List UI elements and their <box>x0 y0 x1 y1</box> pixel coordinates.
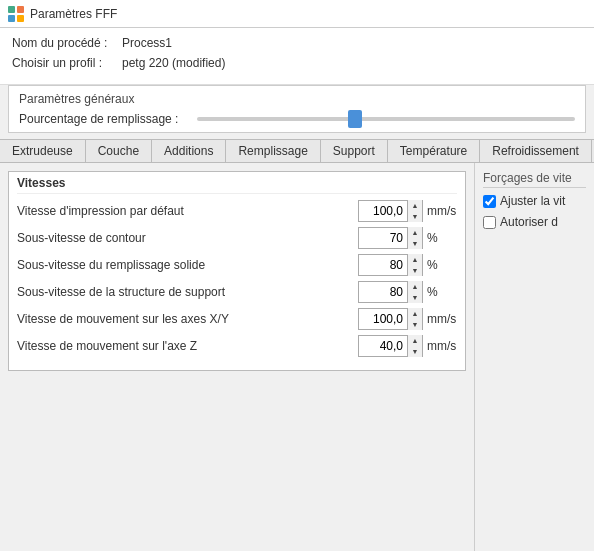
speeds-group-title: Vitesses <box>17 176 457 194</box>
svg-rect-2 <box>8 15 15 22</box>
app-icon <box>8 6 24 22</box>
spin-buttons-4: ▲ ▼ <box>407 308 422 330</box>
speed-label-3: Sous-vitesse de la structure de support <box>17 285 354 299</box>
speed-unit-5: mm/s <box>427 339 457 353</box>
spin-buttons-0: ▲ ▼ <box>407 200 422 222</box>
spin-up-2[interactable]: ▲ <box>408 254 422 265</box>
speed-input-wrapper-0: ▲ ▼ <box>358 200 423 222</box>
checkbox-adjust[interactable] <box>483 195 496 208</box>
spin-up-5[interactable]: ▲ <box>408 335 422 346</box>
profile-row: Choisir un profil : petg 220 (modified) <box>12 56 582 70</box>
speed-row-3: Sous-vitesse de la structure de support … <box>17 281 457 303</box>
speed-input-0[interactable] <box>359 201 407 221</box>
speed-unit-3: % <box>427 285 457 299</box>
speeds-group: Vitesses Vitesse d'impression par défaut… <box>8 171 466 371</box>
speed-label-5: Vitesse de mouvement sur l'axe Z <box>17 339 354 353</box>
speed-row-4: Vitesse de mouvement sur les axes X/Y ▲ … <box>17 308 457 330</box>
checkbox-allow-label: Autoriser d <box>500 215 558 231</box>
title-bar: Paramètres FFF <box>0 0 594 28</box>
speed-input-5[interactable] <box>359 336 407 356</box>
speed-label-1: Sous-vitesse de contour <box>17 231 354 245</box>
main-content: Vitesses Vitesse d'impression par défaut… <box>0 163 594 551</box>
speed-input-3[interactable] <box>359 282 407 302</box>
spin-buttons-3: ▲ ▼ <box>407 281 422 303</box>
fill-percent-thumb[interactable] <box>348 110 362 128</box>
spin-buttons-2: ▲ ▼ <box>407 254 422 276</box>
spin-up-3[interactable]: ▲ <box>408 281 422 292</box>
checkbox-row-1: Autoriser d <box>483 215 586 231</box>
tab-extrudeuse[interactable]: Extrudeuse <box>0 140 86 162</box>
profile-label: Choisir un profil : <box>12 56 122 70</box>
spin-buttons-5: ▲ ▼ <box>407 335 422 357</box>
tab-remplissage[interactable]: Remplissage <box>226 140 320 162</box>
checkbox-adjust-label: Ajuster la vit <box>500 194 565 210</box>
right-panel: Forçages de vite Ajuster la vit Autorise… <box>474 163 594 551</box>
speed-unit-4: mm/s <box>427 312 457 326</box>
top-section: Nom du procédé : Process1 Choisir un pro… <box>0 28 594 85</box>
fill-percent-track[interactable] <box>197 117 575 121</box>
fill-percent-label: Pourcentage de remplissage : <box>19 112 189 126</box>
speed-input-wrapper-2: ▲ ▼ <box>358 254 423 276</box>
svg-rect-3 <box>17 15 24 22</box>
speed-row-5: Vitesse de mouvement sur l'axe Z ▲ ▼ mm/… <box>17 335 457 357</box>
spin-down-2[interactable]: ▼ <box>408 265 422 276</box>
speed-row-0: Vitesse d'impression par défaut ▲ ▼ mm/s <box>17 200 457 222</box>
general-params-group: Paramètres généraux Pourcentage de rempl… <box>8 85 586 133</box>
checkbox-allow[interactable] <box>483 216 496 229</box>
speed-input-2[interactable] <box>359 255 407 275</box>
speed-unit-2: % <box>427 258 457 272</box>
speed-input-wrapper-4: ▲ ▼ <box>358 308 423 330</box>
tab-couche[interactable]: Couche <box>86 140 152 162</box>
speed-label-0: Vitesse d'impression par défaut <box>17 204 354 218</box>
spin-down-4[interactable]: ▼ <box>408 319 422 330</box>
tab-temperature[interactable]: Température <box>388 140 480 162</box>
checkbox-row-0: Ajuster la vit <box>483 194 586 210</box>
window-title: Paramètres FFF <box>30 7 117 21</box>
speed-unit-1: % <box>427 231 457 245</box>
spin-buttons-1: ▲ ▼ <box>407 227 422 249</box>
process-value: Process1 <box>122 36 172 50</box>
spin-down-3[interactable]: ▼ <box>408 292 422 303</box>
speed-input-wrapper-3: ▲ ▼ <box>358 281 423 303</box>
speed-input-wrapper-1: ▲ ▼ <box>358 227 423 249</box>
right-section-title: Forçages de vite <box>483 171 586 188</box>
speed-input-4[interactable] <box>359 309 407 329</box>
speed-input-1[interactable] <box>359 228 407 248</box>
process-label: Nom du procédé : <box>12 36 122 50</box>
speed-label-4: Vitesse de mouvement sur les axes X/Y <box>17 312 354 326</box>
speed-unit-0: mm/s <box>427 204 457 218</box>
tabs-bar: Extrudeuse Couche Additions Remplissage … <box>0 139 594 163</box>
tab-additions[interactable]: Additions <box>152 140 226 162</box>
svg-rect-1 <box>17 6 24 13</box>
spin-down-1[interactable]: ▼ <box>408 238 422 249</box>
spin-up-0[interactable]: ▲ <box>408 200 422 211</box>
spin-up-1[interactable]: ▲ <box>408 227 422 238</box>
svg-rect-0 <box>8 6 15 13</box>
tab-refroidissement[interactable]: Refroidissement <box>480 140 592 162</box>
profile-value: petg 220 (modified) <box>122 56 225 70</box>
tab-support[interactable]: Support <box>321 140 388 162</box>
speed-row-1: Sous-vitesse de contour ▲ ▼ % <box>17 227 457 249</box>
left-panel: Vitesses Vitesse d'impression par défaut… <box>0 163 474 551</box>
spin-down-5[interactable]: ▼ <box>408 346 422 357</box>
speed-input-wrapper-5: ▲ ▼ <box>358 335 423 357</box>
general-params-title: Paramètres généraux <box>19 92 575 106</box>
speed-row-2: Sous-vitesse du remplissage solide ▲ ▼ % <box>17 254 457 276</box>
speed-label-2: Sous-vitesse du remplissage solide <box>17 258 354 272</box>
spin-up-4[interactable]: ▲ <box>408 308 422 319</box>
fill-percent-row: Pourcentage de remplissage : <box>19 112 575 126</box>
process-row: Nom du procédé : Process1 <box>12 36 582 50</box>
spin-down-0[interactable]: ▼ <box>408 211 422 222</box>
